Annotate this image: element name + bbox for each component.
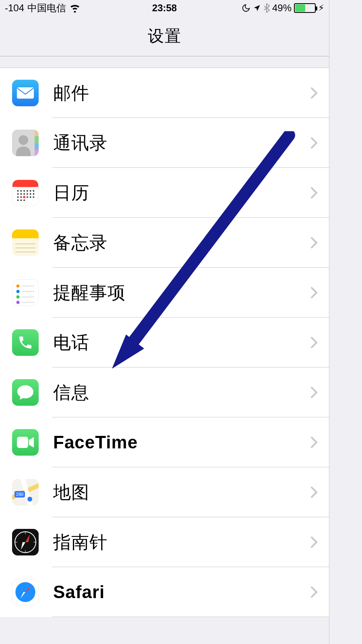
reminders-icon	[12, 279, 39, 306]
settings-screen: -104 中国电信 23:58 49% ⚡︎ 设置	[0, 0, 329, 644]
svg-point-29	[20, 199, 22, 201]
svg-point-19	[23, 193, 25, 195]
svg-point-23	[17, 196, 19, 198]
chevron-right-icon	[310, 187, 318, 199]
chevron-right-icon	[310, 336, 318, 349]
svg-point-12	[20, 190, 22, 192]
notes-icon	[12, 229, 39, 256]
calendar-icon	[12, 180, 39, 206]
svg-point-13	[23, 190, 25, 192]
navbar: 设置	[0, 16, 329, 56]
svg-point-25	[27, 196, 28, 198]
row-phone[interactable]: 电话	[0, 318, 329, 367]
do-not-disturb-icon	[242, 4, 250, 12]
chevron-right-icon	[310, 536, 318, 548]
row-calendar[interactable]: 日历	[0, 168, 329, 218]
carrier-label: 中国电信	[27, 2, 66, 14]
row-mail[interactable]: 邮件	[0, 68, 329, 118]
row-label: 邮件	[53, 81, 310, 105]
row-label: 日历	[53, 181, 310, 205]
svg-point-22	[33, 193, 34, 195]
battery-icon	[294, 3, 316, 13]
svg-point-31	[23, 196, 25, 198]
location-icon	[253, 4, 261, 12]
status-time: 23:58	[152, 2, 177, 14]
row-label: FaceTime	[53, 432, 310, 452]
svg-rect-6	[35, 150, 39, 156]
svg-point-44	[17, 301, 20, 304]
charging-icon: ⚡︎	[318, 3, 324, 13]
svg-rect-37	[12, 280, 38, 305]
row-safari[interactable]: Safari	[0, 567, 329, 617]
chevron-right-icon	[310, 586, 318, 598]
svg-point-27	[33, 196, 34, 198]
maps-icon: 280	[12, 479, 39, 506]
chevron-right-icon	[310, 386, 318, 398]
svg-point-50	[27, 497, 32, 502]
wifi-icon	[69, 4, 81, 12]
row-messages[interactable]: 信息	[0, 367, 329, 417]
row-contacts[interactable]: 通讯录	[0, 118, 329, 168]
chevron-right-icon	[310, 486, 318, 498]
svg-rect-33	[12, 229, 39, 238]
facetime-icon	[12, 429, 39, 456]
row-compass[interactable]: 指南针	[0, 517, 329, 567]
row-maps[interactable]: 280 地图	[0, 467, 329, 517]
chevron-right-icon	[310, 137, 318, 149]
svg-point-30	[23, 199, 25, 201]
battery-percent: 49%	[272, 2, 292, 14]
signal-strength: -104	[5, 2, 24, 14]
svg-point-38	[17, 285, 20, 288]
row-label: 指南针	[53, 530, 310, 554]
safari-icon	[12, 579, 39, 605]
chevron-right-icon	[310, 436, 318, 448]
row-facetime[interactable]: FaceTime	[0, 417, 329, 467]
svg-point-14	[27, 190, 28, 192]
row-label: 通讯录	[53, 131, 310, 155]
svg-rect-0	[17, 87, 34, 99]
svg-rect-5	[35, 143, 39, 150]
svg-rect-4	[35, 136, 39, 143]
row-label: Safari	[53, 582, 310, 602]
row-notes[interactable]: 备忘录	[0, 218, 329, 268]
svg-text:280: 280	[16, 492, 23, 497]
svg-point-11	[17, 190, 19, 192]
svg-point-42	[17, 295, 20, 299]
svg-point-40	[17, 290, 20, 293]
status-bar: -104 中国电信 23:58 49% ⚡︎	[0, 0, 329, 16]
svg-rect-10	[12, 184, 38, 187]
row-label: 电话	[53, 331, 310, 355]
svg-point-26	[30, 196, 31, 198]
chevron-right-icon	[310, 237, 318, 249]
row-label: 备忘录	[53, 231, 310, 255]
svg-rect-3	[35, 130, 39, 136]
svg-point-18	[20, 193, 22, 195]
svg-point-24	[20, 196, 22, 198]
contacts-icon	[12, 130, 39, 156]
page-title: 设置	[148, 25, 182, 47]
bluetooth-icon	[263, 3, 270, 13]
compass-icon	[12, 529, 39, 555]
svg-point-20	[27, 193, 28, 195]
status-left: -104 中国电信	[5, 2, 81, 14]
phone-icon	[12, 329, 39, 356]
chevron-right-icon	[310, 87, 318, 99]
settings-list: 邮件 通讯录 日历	[0, 68, 329, 617]
status-right: 49% ⚡︎	[242, 2, 324, 14]
chevron-right-icon	[310, 287, 318, 299]
row-label: 地图	[53, 481, 310, 504]
messages-icon	[12, 379, 39, 406]
svg-rect-46	[17, 437, 28, 448]
row-reminders[interactable]: 提醒事项	[0, 268, 329, 318]
row-label: 信息	[53, 381, 310, 405]
svg-point-21	[30, 193, 31, 195]
svg-point-17	[17, 193, 19, 195]
mail-icon	[12, 80, 39, 106]
row-label: 提醒事项	[53, 281, 310, 305]
svg-point-28	[17, 199, 19, 201]
svg-point-7	[19, 135, 28, 145]
svg-point-15	[30, 190, 31, 192]
svg-point-16	[33, 190, 34, 192]
